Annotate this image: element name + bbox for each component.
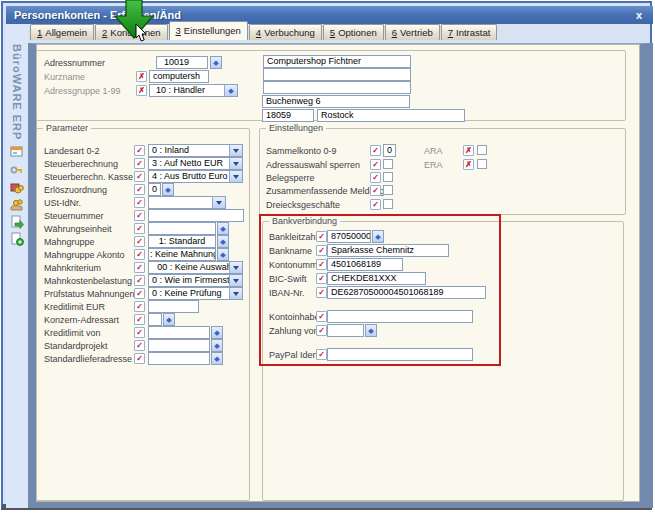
chevron-down-icon[interactable] xyxy=(229,158,242,169)
bankleitzahl-input[interactable]: 87050000 xyxy=(327,230,371,243)
document-export-icon[interactable] xyxy=(10,215,24,229)
check-icon[interactable]: ✓ xyxy=(370,145,381,156)
spinner-icon[interactable]: ◆ xyxy=(211,326,223,339)
zip-input[interactable]: 18059 xyxy=(262,109,314,122)
chevron-down-icon[interactable] xyxy=(212,197,225,208)
check-icon[interactable]: ✓ xyxy=(316,287,327,298)
bic-swift-input[interactable]: CHEKDE81XXX xyxy=(327,272,426,285)
close-icon[interactable]: x xyxy=(633,10,645,20)
steuerberechnung-select[interactable]: 3 : Auf Netto EUR xyxy=(148,157,243,170)
mahnkriterium-select[interactable]: 00 : Keine Auswahl xyxy=(148,261,243,274)
spinner-icon[interactable]: ◆ xyxy=(162,183,174,196)
street-input[interactable]: Buchenweg 6 xyxy=(262,95,410,108)
check-icon[interactable]: ✓ xyxy=(316,259,327,270)
mahngruppe-akonto-input[interactable]: : Keine Mahnung xyxy=(148,248,216,261)
name1-input[interactable]: Computershop Fichtner xyxy=(263,55,411,68)
check-icon[interactable]: ✓ xyxy=(134,340,145,351)
kontoinhaber-input[interactable] xyxy=(327,310,473,323)
mahngruppe-input[interactable]: 1: Standard xyxy=(148,235,216,248)
check-icon[interactable]: ✓ xyxy=(370,199,381,210)
spinner-icon[interactable]: ◆ xyxy=(163,313,175,326)
spinner-icon[interactable]: ◆ xyxy=(372,230,384,243)
check-icon[interactable]: ✓ xyxy=(316,231,327,242)
check-icon[interactable]: ✓ xyxy=(134,210,145,221)
check-icon[interactable]: ✓ xyxy=(316,273,327,284)
check-icon[interactable]: ✓ xyxy=(316,349,327,360)
chevron-down-icon[interactable] xyxy=(229,262,242,273)
check-icon[interactable]: ✓ xyxy=(134,314,145,325)
standardlieferadresse-input[interactable] xyxy=(148,352,210,365)
belegsperre-checkbox[interactable] xyxy=(383,172,393,182)
kreditlimit-von-input[interactable] xyxy=(148,326,210,339)
zusammenfassende-meldung-checkbox[interactable] xyxy=(383,185,393,195)
check-icon[interactable]: ✓ xyxy=(134,249,145,260)
check-icon[interactable]: ✓ xyxy=(316,245,327,256)
check-icon[interactable]: ✓ xyxy=(134,288,145,299)
spinner-icon[interactable]: ◆ xyxy=(365,324,377,337)
landesart-select[interactable]: 0 : Inland xyxy=(148,144,243,157)
check-icon[interactable]: ✓ xyxy=(134,301,145,312)
adressauswahl-sperren-checkbox[interactable] xyxy=(383,159,393,169)
konzern-adressart-input[interactable] xyxy=(148,313,162,326)
city-input[interactable]: Rostock xyxy=(317,109,465,122)
tab-konditionen[interactable]: 2Konditionen xyxy=(95,24,167,40)
name3-input[interactable] xyxy=(263,81,411,94)
era-checkbox[interactable] xyxy=(477,159,487,169)
mahnkostenbelastung-select[interactable]: 0 : Wie im Firmenstamm eing xyxy=(148,274,243,287)
key-icon[interactable] xyxy=(10,163,24,177)
spinner-icon[interactable]: ◆ xyxy=(217,248,229,261)
coins-icon[interactable] xyxy=(10,181,24,195)
check-icon[interactable]: ✓ xyxy=(134,145,145,156)
zahlung-von-input[interactable] xyxy=(327,324,364,337)
sammelkonto-input[interactable]: 0 xyxy=(383,144,396,157)
clear-icon[interactable]: ✗ xyxy=(463,159,474,170)
dreiecksgeschaefte-checkbox[interactable] xyxy=(383,199,393,209)
check-icon[interactable]: ✓ xyxy=(134,275,145,286)
tab-intrastat[interactable]: 7Intrastat xyxy=(441,24,498,40)
check-icon[interactable]: ✓ xyxy=(134,327,145,338)
steuernummer-input[interactable] xyxy=(148,209,244,222)
erloeszuordnung-input[interactable]: 0 xyxy=(148,183,161,196)
spinner-icon[interactable]: ◆ xyxy=(211,339,223,352)
tab-vertrieb[interactable]: 6Vertrieb xyxy=(385,24,440,40)
kreditlimit-eur-input[interactable] xyxy=(148,300,199,313)
tab-einstellungen[interactable]: 3Einstellungen xyxy=(169,21,248,40)
chevron-down-icon[interactable] xyxy=(229,171,242,182)
spinner-icon[interactable]: ◆ xyxy=(217,235,229,248)
bankname-input[interactable]: Sparkasse Chemnitz xyxy=(327,244,449,257)
check-icon[interactable]: ✓ xyxy=(134,223,145,234)
ara-checkbox[interactable] xyxy=(477,145,487,155)
name2-input[interactable] xyxy=(263,68,411,81)
clear-icon[interactable]: ✗ xyxy=(463,145,474,156)
check-icon[interactable]: ✓ xyxy=(134,353,145,364)
window-icon[interactable] xyxy=(10,145,24,159)
tab-allgemein[interactable]: 1Allgemein xyxy=(30,24,94,40)
tab-verbuchung[interactable]: 4Verbuchung xyxy=(249,24,322,40)
check-icon[interactable]: ✓ xyxy=(134,197,145,208)
check-icon[interactable]: ✓ xyxy=(370,185,381,196)
steuerberechn-kasse-select[interactable]: 4 : Aus Brutto Euro xyxy=(148,170,243,183)
check-icon[interactable]: ✓ xyxy=(370,159,381,170)
pruefstatus-mahnungen-select[interactable]: 0 : Keine Prüfung xyxy=(148,287,243,300)
chevron-down-icon[interactable] xyxy=(229,145,242,156)
check-icon[interactable]: ✓ xyxy=(134,158,145,169)
iban-input[interactable]: DE62870500004501068189 xyxy=(327,286,486,299)
check-icon[interactable]: ✓ xyxy=(134,184,145,195)
check-icon[interactable]: ✓ xyxy=(370,172,381,183)
chevron-down-icon[interactable] xyxy=(229,288,242,299)
ust-idnr-select[interactable] xyxy=(148,196,226,209)
check-icon[interactable]: ✓ xyxy=(316,311,327,322)
spinner-icon[interactable]: ◆ xyxy=(217,222,229,235)
chevron-down-icon[interactable] xyxy=(229,275,242,286)
standardprojekt-input[interactable] xyxy=(148,339,210,352)
spinner-icon[interactable]: ◆ xyxy=(211,352,223,365)
hand-coins-icon[interactable] xyxy=(10,198,24,212)
document-new-icon[interactable] xyxy=(10,232,24,246)
tab-optionen[interactable]: 5Optionen xyxy=(323,24,384,40)
paypal-ident-input[interactable] xyxy=(327,348,473,361)
check-icon[interactable]: ✓ xyxy=(134,262,145,273)
kontonummer-input[interactable]: 4501068189 xyxy=(327,258,403,271)
check-icon[interactable]: ✓ xyxy=(134,236,145,247)
check-icon[interactable]: ✓ xyxy=(134,171,145,182)
waehrungseinheit-input[interactable] xyxy=(148,222,216,235)
